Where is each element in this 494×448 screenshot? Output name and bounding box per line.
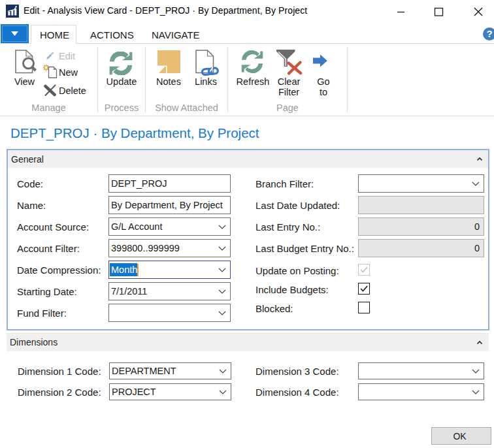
- svg-text:?: ?: [486, 28, 492, 39]
